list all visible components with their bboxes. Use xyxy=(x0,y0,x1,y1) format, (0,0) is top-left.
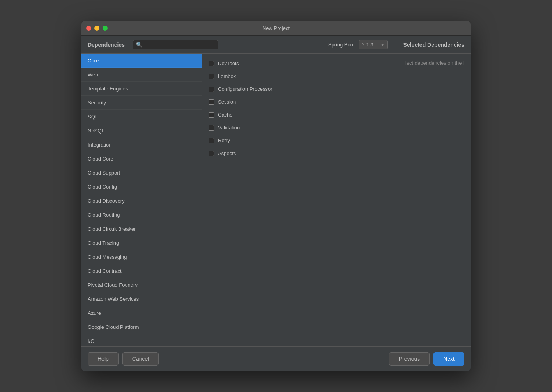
header-bar: Dependencies 🔍 Spring Boot 2.1.3 2.1.2 2… xyxy=(81,36,471,54)
help-button[interactable]: Help xyxy=(88,352,119,366)
dep-item-validation: Validation xyxy=(202,121,373,134)
dep-item-devtools: DevTools xyxy=(202,57,373,70)
dep-checkbox-configuration-processor[interactable] xyxy=(209,87,214,92)
dep-label-lombok: Lombok xyxy=(218,73,236,79)
selected-dependencies-label: Selected Dependencies xyxy=(403,42,464,48)
dep-item-configuration-processor: Configuration Processor xyxy=(202,83,373,95)
dependencies-panel: DevToolsLombokConfiguration ProcessorSes… xyxy=(202,54,373,346)
titlebar-buttons xyxy=(86,26,108,31)
category-item-cloud-messaging[interactable]: Cloud Messaging xyxy=(81,250,202,264)
close-button[interactable] xyxy=(86,26,91,31)
window-title: New Project xyxy=(262,25,290,31)
category-item-web[interactable]: Web xyxy=(81,68,202,82)
category-item-cloud-routing[interactable]: Cloud Routing xyxy=(81,208,202,222)
spring-boot-select[interactable]: 2.1.3 2.1.2 2.0.8 1.5.19 xyxy=(359,40,388,49)
category-item-integration[interactable]: Integration xyxy=(81,138,202,152)
category-item-cloud-contract[interactable]: Cloud Contract xyxy=(81,264,202,278)
maximize-button[interactable] xyxy=(103,26,108,31)
dep-label-session: Session xyxy=(218,99,236,105)
dep-item-cache: Cache xyxy=(202,108,373,121)
dep-label-retry: Retry xyxy=(218,138,230,143)
right-panel-hint: lect dependencies on the l xyxy=(402,57,467,69)
dep-label-cache: Cache xyxy=(218,112,233,118)
minimize-button[interactable] xyxy=(94,26,99,31)
dep-label-aspects: Aspects xyxy=(218,150,236,156)
dep-label-configuration-processor: Configuration Processor xyxy=(218,86,272,92)
cancel-button[interactable]: Cancel xyxy=(122,352,159,366)
dep-item-session: Session xyxy=(202,95,373,108)
main-content: Dependencies 🔍 Spring Boot 2.1.3 2.1.2 2… xyxy=(81,36,471,371)
titlebar: New Project xyxy=(81,21,471,36)
spring-boot-select-wrapper: 2.1.3 2.1.2 2.0.8 1.5.19 ▼ xyxy=(359,40,388,49)
footer: Help Cancel Previous Next xyxy=(81,346,471,371)
search-box: 🔍 xyxy=(133,40,218,49)
dep-item-retry: Retry xyxy=(202,134,373,147)
footer-left: Help Cancel xyxy=(88,352,159,366)
category-item-core[interactable]: Core xyxy=(81,54,202,68)
category-item-cloud-discovery[interactable]: Cloud Discovery xyxy=(81,194,202,208)
category-item-pivotal-cloud-foundry[interactable]: Pivotal Cloud Foundry xyxy=(81,278,202,292)
category-item-template-engines[interactable]: Template Engines xyxy=(81,82,202,96)
footer-right: Previous Next xyxy=(389,352,464,366)
next-button[interactable]: Next xyxy=(433,352,464,366)
content-area: CoreWebTemplate EnginesSecuritySQLNoSQLI… xyxy=(81,54,471,346)
dep-label-devtools: DevTools xyxy=(218,60,239,66)
dependencies-label: Dependencies xyxy=(88,42,125,48)
dep-checkbox-devtools[interactable] xyxy=(209,61,214,66)
category-item-cloud-core[interactable]: Cloud Core xyxy=(81,152,202,166)
dep-checkbox-session[interactable] xyxy=(209,99,214,105)
category-item-google-cloud-platform[interactable]: Google Cloud Platform xyxy=(81,320,202,334)
category-item-sql[interactable]: SQL xyxy=(81,110,202,124)
spring-boot-label: Spring Boot xyxy=(328,42,355,48)
dep-label-validation: Validation xyxy=(218,125,240,131)
dep-checkbox-cache[interactable] xyxy=(209,112,214,118)
spring-boot-section: Spring Boot 2.1.3 2.1.2 2.0.8 1.5.19 ▼ xyxy=(328,40,388,49)
category-item-security[interactable]: Security xyxy=(81,96,202,110)
category-item-amazon-web-services[interactable]: Amazon Web Services xyxy=(81,292,202,306)
dep-checkbox-validation[interactable] xyxy=(209,125,214,131)
category-item-io[interactable]: I/O xyxy=(81,334,202,346)
selected-dependencies-panel: lect dependencies on the l xyxy=(373,54,471,346)
category-item-azure[interactable]: Azure xyxy=(81,306,202,320)
category-item-cloud-support[interactable]: Cloud Support xyxy=(81,166,202,180)
category-item-cloud-tracing[interactable]: Cloud Tracing xyxy=(81,236,202,250)
dep-checkbox-lombok[interactable] xyxy=(209,74,214,79)
previous-button[interactable]: Previous xyxy=(389,352,430,366)
dep-checkbox-aspects[interactable] xyxy=(209,151,214,156)
category-item-cloud-config[interactable]: Cloud Config xyxy=(81,180,202,194)
category-item-cloud-circuit-breaker[interactable]: Cloud Circuit Breaker xyxy=(81,222,202,236)
category-item-nosql[interactable]: NoSQL xyxy=(81,124,202,138)
window: New Project Dependencies 🔍 Spring Boot 2… xyxy=(81,21,471,371)
search-icon: 🔍 xyxy=(136,42,142,48)
search-input[interactable] xyxy=(145,42,215,48)
dep-checkbox-retry[interactable] xyxy=(209,138,214,143)
dep-item-lombok: Lombok xyxy=(202,70,373,83)
dep-item-aspects: Aspects xyxy=(202,147,373,160)
categories-panel: CoreWebTemplate EnginesSecuritySQLNoSQLI… xyxy=(81,54,202,346)
